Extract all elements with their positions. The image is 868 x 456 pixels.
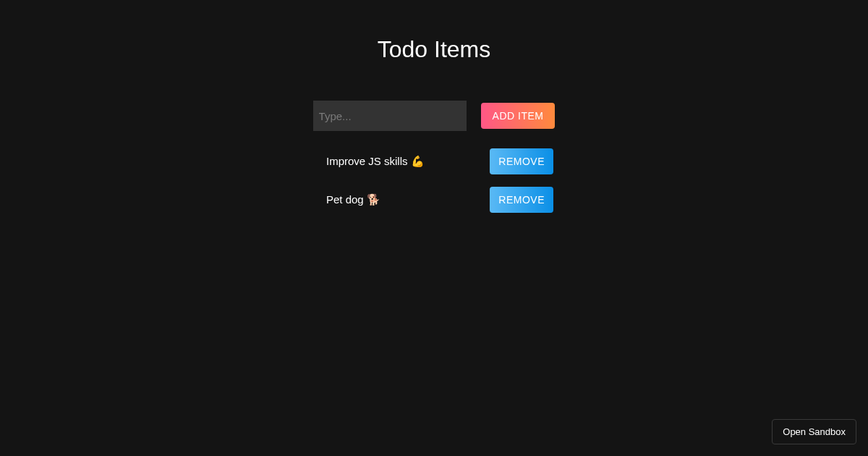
remove-button[interactable]: REMOVE: [490, 187, 553, 213]
page-title: Todo Items: [378, 36, 491, 63]
add-item-button[interactable]: ADD ITEM: [481, 103, 556, 129]
todo-text: Improve JS skills 💪: [326, 155, 425, 168]
remove-button[interactable]: REMOVE: [490, 148, 553, 174]
app-container: Todo Items ADD ITEM Improve JS skills 💪 …: [0, 0, 868, 213]
open-sandbox-button[interactable]: Open Sandbox: [772, 419, 856, 444]
input-row: ADD ITEM: [313, 101, 556, 131]
list-item: Improve JS skills 💪 REMOVE: [315, 148, 553, 174]
list-item: Pet dog 🐕 REMOVE: [315, 187, 553, 213]
todo-input[interactable]: [313, 101, 467, 131]
todo-list: Improve JS skills 💪 REMOVE Pet dog 🐕 REM…: [315, 148, 553, 213]
todo-text: Pet dog 🐕: [326, 193, 380, 206]
